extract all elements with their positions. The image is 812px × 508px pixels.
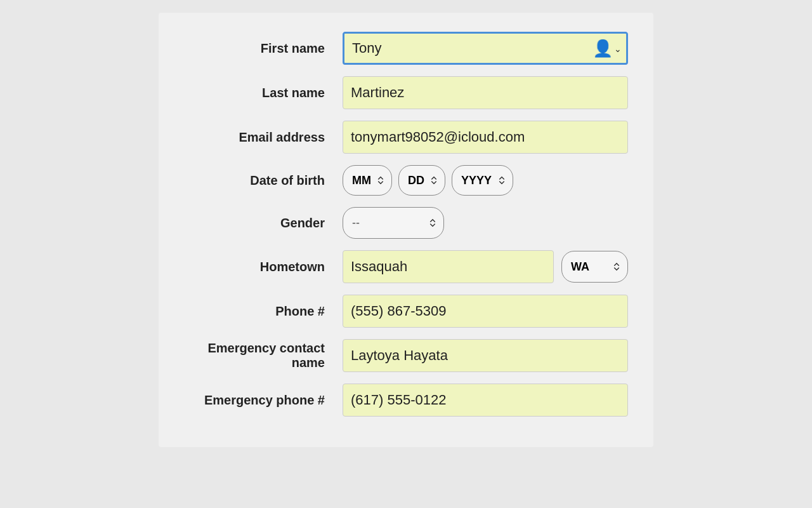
dob-year-select[interactable]: YYYY 1990199119952000 <box>452 165 513 196</box>
profile-icon-button[interactable]: 👤 ⌄ <box>593 39 622 58</box>
email-row: Email address <box>184 121 628 154</box>
emergency-contact-input[interactable] <box>343 339 628 372</box>
gender-row: Gender -- Male Female Non-binary Prefer … <box>184 207 628 239</box>
hometown-row: Hometown WA CA OR NY <box>184 250 628 283</box>
first-name-label: First name <box>184 41 343 56</box>
last-name-row: Last name <box>184 76 628 109</box>
phone-input[interactable] <box>343 295 628 328</box>
first-name-wrapper: 👤 ⌄ <box>343 32 628 65</box>
chevron-down-icon: ⌄ <box>614 43 622 53</box>
emergency-contact-label: Emergency contact name <box>184 341 343 370</box>
dob-month-select[interactable]: MM 01020304 05060708 09101112 <box>343 165 392 196</box>
hometown-label: Hometown <box>184 260 343 274</box>
email-label: Email address <box>184 130 343 145</box>
first-name-input[interactable] <box>343 32 628 65</box>
dob-row: Date of birth MM 01020304 05060708 09101… <box>184 165 628 196</box>
hometown-wrapper: WA CA OR NY <box>343 250 628 283</box>
emergency-phone-input[interactable] <box>343 384 628 417</box>
form-container: First name 👤 ⌄ Last name Email address D… <box>159 13 653 447</box>
emergency-phone-label: Emergency phone # <box>184 393 343 408</box>
email-input[interactable] <box>343 121 628 154</box>
gender-select[interactable]: -- Male Female Non-binary Prefer not to … <box>343 207 444 239</box>
first-name-row: First name 👤 ⌄ <box>184 32 628 65</box>
emergency-contact-row: Emergency contact name <box>184 339 628 372</box>
gender-label: Gender <box>184 216 343 231</box>
phone-label: Phone # <box>184 304 343 319</box>
phone-row: Phone # <box>184 295 628 328</box>
dob-day-select[interactable]: DD 01020304 05060708 09101520 2528293031 <box>398 165 445 196</box>
profile-icon: 👤 <box>593 39 613 58</box>
dob-label: Date of birth <box>184 173 343 188</box>
last-name-label: Last name <box>184 86 343 100</box>
last-name-input[interactable] <box>343 76 628 109</box>
emergency-phone-row: Emergency phone # <box>184 384 628 417</box>
hometown-input[interactable] <box>343 250 554 283</box>
state-select[interactable]: WA CA OR NY <box>561 251 628 283</box>
dob-controls: MM 01020304 05060708 09101112 DD 0102030… <box>343 165 513 196</box>
